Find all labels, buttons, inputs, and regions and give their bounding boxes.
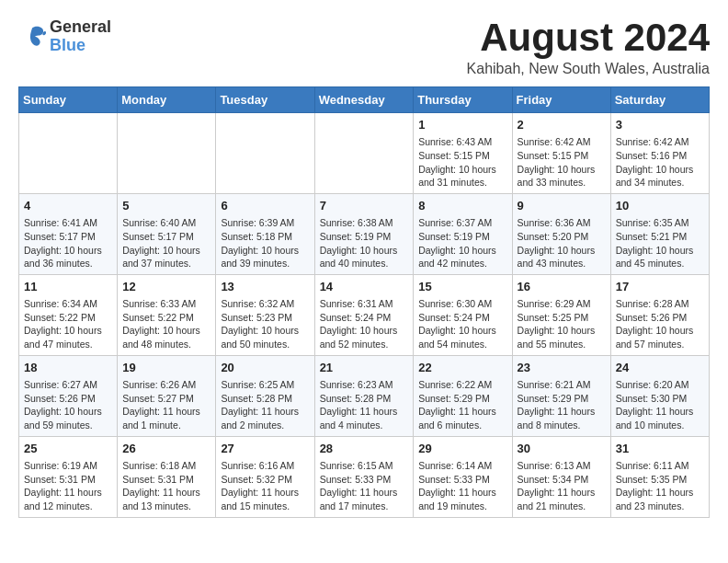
calendar-cell: 27Sunrise: 6:16 AM Sunset: 5:32 PM Dayli… xyxy=(216,436,314,517)
calendar-cell: 31Sunrise: 6:11 AM Sunset: 5:35 PM Dayli… xyxy=(610,436,709,517)
calendar-cell: 16Sunrise: 6:29 AM Sunset: 5:25 PM Dayli… xyxy=(512,274,610,355)
day-info: Sunrise: 6:32 AM Sunset: 5:23 PM Dayligh… xyxy=(221,298,299,350)
calendar-cell: 19Sunrise: 6:26 AM Sunset: 5:27 PM Dayli… xyxy=(118,355,216,436)
calendar-cell: 14Sunrise: 6:31 AM Sunset: 5:24 PM Dayli… xyxy=(314,274,414,355)
day-info: Sunrise: 6:42 AM Sunset: 5:16 PM Dayligh… xyxy=(616,136,694,188)
calendar-cell: 3Sunrise: 6:42 AM Sunset: 5:16 PM Daylig… xyxy=(610,113,709,194)
weekday-header-tuesday: Tuesday xyxy=(216,87,314,113)
calendar-cell: 8Sunrise: 6:37 AM Sunset: 5:19 PM Daylig… xyxy=(414,193,512,274)
calendar-cell: 2Sunrise: 6:42 AM Sunset: 5:15 PM Daylig… xyxy=(512,113,610,194)
day-number: 16 xyxy=(518,279,606,295)
day-number: 12 xyxy=(122,279,210,295)
logo-text: General Blue xyxy=(50,18,111,55)
day-info: Sunrise: 6:39 AM Sunset: 5:18 PM Dayligh… xyxy=(221,217,299,269)
day-info: Sunrise: 6:28 AM Sunset: 5:26 PM Dayligh… xyxy=(616,298,694,350)
weekday-header-sunday: Sunday xyxy=(19,87,118,113)
calendar-cell: 18Sunrise: 6:27 AM Sunset: 5:26 PM Dayli… xyxy=(19,355,118,436)
logo-bird-icon xyxy=(18,21,46,49)
calendar-cell: 23Sunrise: 6:21 AM Sunset: 5:29 PM Dayli… xyxy=(512,355,610,436)
day-number: 7 xyxy=(320,198,409,214)
day-number: 10 xyxy=(616,198,704,214)
calendar-cell: 1Sunrise: 6:43 AM Sunset: 5:15 PM Daylig… xyxy=(414,113,512,194)
calendar-cell xyxy=(314,113,414,194)
day-info: Sunrise: 6:18 AM Sunset: 5:31 PM Dayligh… xyxy=(122,460,200,511)
day-info: Sunrise: 6:22 AM Sunset: 5:29 PM Dayligh… xyxy=(418,379,496,431)
week-row-4: 18Sunrise: 6:27 AM Sunset: 5:26 PM Dayli… xyxy=(19,355,710,436)
day-number: 13 xyxy=(221,279,309,295)
day-number: 30 xyxy=(518,441,606,457)
calendar-cell: 25Sunrise: 6:19 AM Sunset: 5:31 PM Dayli… xyxy=(19,436,118,517)
week-row-3: 11Sunrise: 6:34 AM Sunset: 5:22 PM Dayli… xyxy=(19,274,710,355)
day-info: Sunrise: 6:34 AM Sunset: 5:22 PM Dayligh… xyxy=(24,298,102,350)
day-number: 1 xyxy=(418,117,506,133)
day-info: Sunrise: 6:23 AM Sunset: 5:28 PM Dayligh… xyxy=(320,379,398,431)
calendar-cell: 12Sunrise: 6:33 AM Sunset: 5:22 PM Dayli… xyxy=(118,274,216,355)
day-info: Sunrise: 6:27 AM Sunset: 5:26 PM Dayligh… xyxy=(24,379,102,431)
day-info: Sunrise: 6:42 AM Sunset: 5:15 PM Dayligh… xyxy=(518,136,596,188)
day-info: Sunrise: 6:15 AM Sunset: 5:33 PM Dayligh… xyxy=(320,460,398,511)
day-info: Sunrise: 6:13 AM Sunset: 5:34 PM Dayligh… xyxy=(518,460,596,511)
weekday-header-wednesday: Wednesday xyxy=(314,87,414,113)
day-info: Sunrise: 6:35 AM Sunset: 5:21 PM Dayligh… xyxy=(616,217,694,269)
calendar-cell: 28Sunrise: 6:15 AM Sunset: 5:33 PM Dayli… xyxy=(314,436,414,517)
day-number: 20 xyxy=(221,360,309,376)
day-info: Sunrise: 6:37 AM Sunset: 5:19 PM Dayligh… xyxy=(418,217,496,269)
calendar-cell: 24Sunrise: 6:20 AM Sunset: 5:30 PM Dayli… xyxy=(610,355,709,436)
day-number: 19 xyxy=(122,360,210,376)
calendar-table: SundayMondayTuesdayWednesdayThursdayFrid… xyxy=(18,86,710,518)
day-number: 3 xyxy=(616,117,704,133)
day-info: Sunrise: 6:26 AM Sunset: 5:27 PM Dayligh… xyxy=(122,379,200,431)
day-info: Sunrise: 6:43 AM Sunset: 5:15 PM Dayligh… xyxy=(418,136,496,188)
day-number: 24 xyxy=(616,360,704,376)
day-info: Sunrise: 6:33 AM Sunset: 5:22 PM Dayligh… xyxy=(122,298,200,350)
day-number: 23 xyxy=(518,360,606,376)
calendar-cell: 20Sunrise: 6:25 AM Sunset: 5:28 PM Dayli… xyxy=(216,355,314,436)
day-info: Sunrise: 6:16 AM Sunset: 5:32 PM Dayligh… xyxy=(221,460,299,511)
day-number: 5 xyxy=(122,198,210,214)
calendar-cell: 22Sunrise: 6:22 AM Sunset: 5:29 PM Dayli… xyxy=(414,355,512,436)
calendar-cell: 4Sunrise: 6:41 AM Sunset: 5:17 PM Daylig… xyxy=(19,193,118,274)
week-row-5: 25Sunrise: 6:19 AM Sunset: 5:31 PM Dayli… xyxy=(19,436,710,517)
calendar-cell: 6Sunrise: 6:39 AM Sunset: 5:18 PM Daylig… xyxy=(216,193,314,274)
calendar-cell: 11Sunrise: 6:34 AM Sunset: 5:22 PM Dayli… xyxy=(19,274,118,355)
day-number: 15 xyxy=(418,279,506,295)
day-number: 2 xyxy=(518,117,606,133)
day-info: Sunrise: 6:30 AM Sunset: 5:24 PM Dayligh… xyxy=(418,298,496,350)
weekday-header-monday: Monday xyxy=(118,87,216,113)
day-info: Sunrise: 6:20 AM Sunset: 5:30 PM Dayligh… xyxy=(616,379,694,431)
day-number: 8 xyxy=(418,198,506,214)
day-info: Sunrise: 6:31 AM Sunset: 5:24 PM Dayligh… xyxy=(320,298,398,350)
day-number: 4 xyxy=(24,198,112,214)
calendar-cell: 5Sunrise: 6:40 AM Sunset: 5:17 PM Daylig… xyxy=(118,193,216,274)
location: Kahibah, New South Wales, Australia xyxy=(467,61,710,77)
calendar-cell: 29Sunrise: 6:14 AM Sunset: 5:33 PM Dayli… xyxy=(414,436,512,517)
calendar-cell: 7Sunrise: 6:38 AM Sunset: 5:19 PM Daylig… xyxy=(314,193,414,274)
header: General Blue August 2024 Kahibah, New So… xyxy=(18,18,710,77)
day-number: 6 xyxy=(221,198,309,214)
day-number: 17 xyxy=(616,279,704,295)
day-info: Sunrise: 6:41 AM Sunset: 5:17 PM Dayligh… xyxy=(24,217,102,269)
day-number: 14 xyxy=(320,279,409,295)
calendar-body: 1Sunrise: 6:43 AM Sunset: 5:15 PM Daylig… xyxy=(19,113,710,518)
weekday-header-row: SundayMondayTuesdayWednesdayThursdayFrid… xyxy=(19,87,710,113)
day-info: Sunrise: 6:29 AM Sunset: 5:25 PM Dayligh… xyxy=(518,298,596,350)
day-number: 29 xyxy=(418,441,506,457)
day-info: Sunrise: 6:36 AM Sunset: 5:20 PM Dayligh… xyxy=(518,217,596,269)
day-info: Sunrise: 6:40 AM Sunset: 5:17 PM Dayligh… xyxy=(122,217,200,269)
calendar-cell: 13Sunrise: 6:32 AM Sunset: 5:23 PM Dayli… xyxy=(216,274,314,355)
calendar-cell: 15Sunrise: 6:30 AM Sunset: 5:24 PM Dayli… xyxy=(414,274,512,355)
calendar-cell xyxy=(19,113,118,194)
logo: General Blue xyxy=(18,18,111,55)
day-number: 26 xyxy=(122,441,210,457)
day-number: 9 xyxy=(518,198,606,214)
calendar-cell: 21Sunrise: 6:23 AM Sunset: 5:28 PM Dayli… xyxy=(314,355,414,436)
calendar-cell: 17Sunrise: 6:28 AM Sunset: 5:26 PM Dayli… xyxy=(610,274,709,355)
day-info: Sunrise: 6:38 AM Sunset: 5:19 PM Dayligh… xyxy=(320,217,398,269)
day-number: 18 xyxy=(24,360,112,376)
day-number: 28 xyxy=(320,441,409,457)
title-area: August 2024 Kahibah, New South Wales, Au… xyxy=(467,18,710,77)
day-number: 25 xyxy=(24,441,112,457)
calendar-cell xyxy=(118,113,216,194)
week-row-1: 1Sunrise: 6:43 AM Sunset: 5:15 PM Daylig… xyxy=(19,113,710,194)
calendar-cell: 26Sunrise: 6:18 AM Sunset: 5:31 PM Dayli… xyxy=(118,436,216,517)
